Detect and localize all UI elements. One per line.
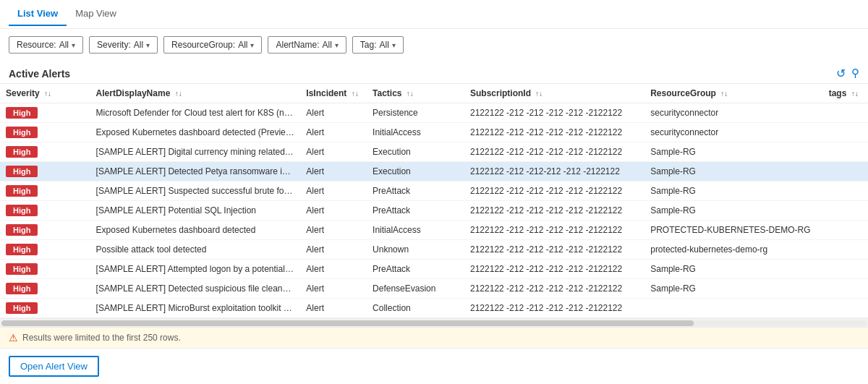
cell-subscriptionid: 2122122 -212 -212 -212 -212 -2122122 [464,201,644,221]
severity-badge: High [6,185,38,197]
filter-alertname[interactable]: AlertName: All ▾ [268,36,346,54]
cell-tags [823,103,868,123]
cell-tactics: PreAttack [367,182,464,201]
cell-alertname: Possible attack tool detected [90,240,301,260]
cell-subscriptionid: 2122122 -212 -212 -212 -212 -2122122 [464,240,644,260]
filter-tag[interactable]: Tag: All ▾ [352,36,404,54]
severity-badge: High [6,302,38,314]
filter-resourcegroup[interactable]: ResourceGroup: All ▾ [163,36,262,54]
table-row[interactable]: High [SAMPLE ALERT] Digital currency min… [0,142,868,162]
cell-severity: High [0,162,90,182]
severity-badge: High [6,127,38,138]
table-row[interactable]: High Microsoft Defender for Cloud test a… [0,103,868,123]
col-tactics[interactable]: Tactics ↑↓ [367,84,464,103]
top-tabs: List View Map View [0,0,868,29]
alerts-table: Severity ↑↓ AlertDisplayName ↑↓ IsIncide… [0,83,868,318]
cell-alertname: [SAMPLE ALERT] MicroBurst exploitation t… [90,299,301,318]
cell-resourcegroup: securityconnector [644,123,822,142]
cell-tactics: Collection [367,299,464,318]
cell-resourcegroup: Sample-RG [644,162,822,182]
cell-severity: High [0,123,90,142]
scrollbar-x-thumb [1,320,694,326]
tab-map-view[interactable]: Map View [67,2,125,26]
scrollbar-x-track [1,320,867,326]
cell-tactics: Persistence [367,103,464,123]
table-row[interactable]: High [SAMPLE ALERT] Attempted logon by a… [0,260,868,279]
cell-tags [823,182,868,201]
cell-alertname: Exposed Kubernetes dashboard detected [90,221,301,240]
pin-icon[interactable]: ⚲ [851,67,859,80]
cell-tactics: InitialAccess [367,123,464,142]
warning-text: Results were limited to the first 250 ro… [22,333,181,343]
cell-resourcegroup: PROTECTED-KUBERNETES-DEMO-RG [644,221,822,240]
cell-tactics: Execution [367,142,464,162]
filter-resourcegroup-label: ResourceGroup: [171,40,235,50]
table-row[interactable]: High Exposed Kubernetes dashboard detect… [0,123,868,142]
cell-isincident: Alert [300,240,367,260]
cell-tags [823,221,868,240]
filter-alertname-label: AlertName: [276,40,319,50]
cell-severity: High [0,221,90,240]
col-resourcegroup[interactable]: ResourceGroup ↑↓ [644,84,822,103]
cell-tactics: PreAttack [367,260,464,279]
cell-resourcegroup: Sample-RG [644,142,822,162]
severity-badge: High [6,107,38,119]
tab-list-view[interactable]: List View [9,2,67,26]
cell-tags [823,240,868,260]
filter-severity[interactable]: Severity: All ▾ [89,36,158,54]
cell-tags [823,123,868,142]
cell-tags [823,299,868,318]
cell-resourcegroup: protected-kubernetes-demo-rg [644,240,822,260]
col-severity[interactable]: Severity ↑↓ [0,84,90,103]
refresh-icon[interactable]: ↺ [836,67,846,80]
table-row[interactable]: High [SAMPLE ALERT] Potential SQL Inject… [0,201,868,221]
filter-tag-value: All [380,40,389,50]
cell-alertname: [SAMPLE ALERT] Suspected successful brut… [90,182,301,201]
cell-subscriptionid: 2122122 -212 -212-212 -212 -2122122 [464,162,644,182]
cell-isincident: Alert [300,123,367,142]
cell-tactics: Unknown [367,240,464,260]
cell-severity: High [0,299,90,318]
sort-icon: ↑↓ [407,90,414,98]
table-row[interactable]: High [SAMPLE ALERT] MicroBurst exploitat… [0,299,868,318]
table-container: Severity ↑↓ AlertDisplayName ↑↓ IsIncide… [0,83,868,318]
cell-resourcegroup: Sample-RG [644,201,822,221]
table-row[interactable]: High [SAMPLE ALERT] Detected suspicious … [0,279,868,299]
cell-subscriptionid: 2122122 -212 -212 -212 -212 -2122122 [464,142,644,162]
cell-isincident: Alert [300,221,367,240]
cell-tags [823,260,868,279]
filter-alertname-value: All [323,40,332,50]
cell-tactics: Execution [367,162,464,182]
severity-badge: High [6,146,38,158]
cell-severity: High [0,240,90,260]
filters-bar: Resource: All ▾ Severity: All ▾ Resource… [0,29,868,61]
open-alert-view-button[interactable]: Open Alert View [9,356,99,377]
cell-subscriptionid: 2122122 -212 -212 -212 -212 -2122122 [464,123,644,142]
cell-severity: High [0,260,90,279]
chevron-down-icon: ▾ [392,41,396,49]
filter-resource[interactable]: Resource: All ▾ [9,36,83,54]
cell-tags [823,162,868,182]
cell-subscriptionid: 2122122 -212 -212 -212 -212 -2122122 [464,182,644,201]
table-row[interactable]: High Exposed Kubernetes dashboard detect… [0,221,868,240]
table-row[interactable]: High Possible attack tool detected Alert… [0,240,868,260]
table-row[interactable]: High [SAMPLE ALERT] Detected Petya ranso… [0,162,868,182]
scrollbar-x[interactable] [0,318,868,327]
col-subscriptionid[interactable]: SubscriptionId ↑↓ [464,84,644,103]
cell-subscriptionid: 2122122 -212 -212 -212 -212 -2122122 [464,221,644,240]
col-isincident[interactable]: IsIncident ↑↓ [300,84,367,103]
section-title: Active Alerts [9,68,70,80]
cell-alertname: Exposed Kubernetes dashboard detected (P… [90,123,301,142]
col-tags[interactable]: tags ↑↓ [823,84,868,103]
sort-icon: ↑↓ [535,90,542,98]
cell-alertname: [SAMPLE ALERT] Digital currency mining r… [90,142,301,162]
col-alertdisplayname[interactable]: AlertDisplayName ↑↓ [90,84,301,103]
chevron-down-icon: ▾ [146,41,150,49]
cell-severity: High [0,182,90,201]
sort-icon: ↑↓ [352,90,359,98]
severity-badge: High [6,283,38,294]
filter-resource-label: Resource: [17,40,56,50]
cell-alertname: [SAMPLE ALERT] Detected Petya ransomware… [90,162,301,182]
cell-subscriptionid: 2122122 -212 -212 -212 -212 -2122122 [464,103,644,123]
table-row[interactable]: High [SAMPLE ALERT] Suspected successful… [0,182,868,201]
